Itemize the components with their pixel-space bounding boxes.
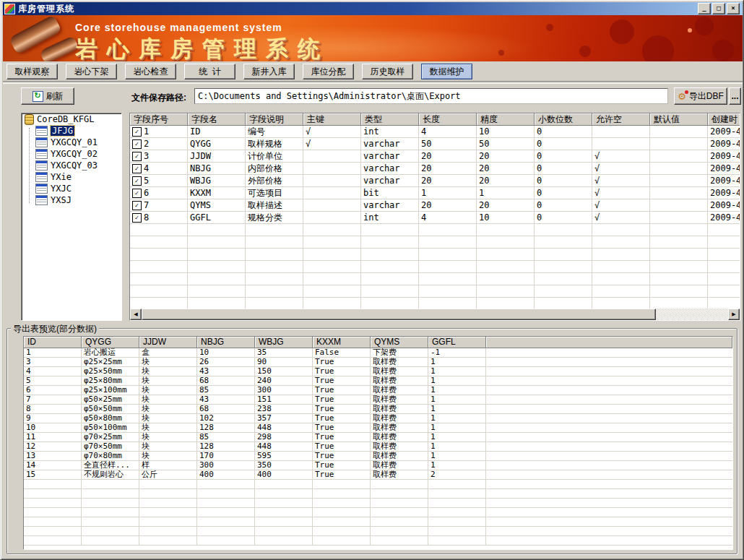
schema-column-header[interactable]: 字段序号 [130,113,188,126]
schema-cell-dec: 0 [535,126,592,138]
preview-row[interactable]: 6φ25×100mm块85300True取样费1 [24,386,732,395]
schema-row[interactable]: ✓6KXXM可选项目bit110√2009-4- [130,187,740,199]
close-button[interactable]: × [727,3,740,14]
checkbox-checked-icon[interactable]: ✓ [132,152,142,161]
tree-items: JFJGYXGCQY_01YXGCQY_02YXGCQY_03YXieYXJCY… [22,125,121,206]
empty-cell [371,508,428,517]
tree-item-YXJC[interactable]: YXJC [22,183,121,194]
preview-cell-QYMS: 取样费 [371,423,428,433]
decor-circle [579,46,591,57]
title-bar[interactable]: 库房管理系统 _ □ × [3,2,743,15]
schema-column-header[interactable]: 类型 [361,113,419,126]
preview-row[interactable]: 12φ70×50mm块128448True取样费1 [24,442,732,452]
tree-item-YXSJ[interactable]: YXSJ [22,194,121,206]
tree-item-YXGCQY_03[interactable]: YXGCQY_03 [22,160,121,171]
checkbox-checked-icon[interactable]: ✓ [132,176,142,186]
refresh-icon: ↻ [33,91,43,102]
empty-cell [371,527,428,536]
toolbar-button-3[interactable]: 岩心检查 [125,64,176,79]
preview-row[interactable]: 1岩心搬运盒1035False下架费-1 [24,348,732,358]
scrollbar-track[interactable] [656,309,728,320]
scrollbar-thumb[interactable] [142,309,656,320]
preview-row[interactable]: 8φ50×50mm块68238True取样费1 [24,405,732,414]
preview-column-header[interactable]: JJDW [139,337,197,348]
preview-cell-NBJG: 85 [197,433,255,442]
schema-column-header[interactable]: 允许空 [592,113,650,126]
toolbar-button-6[interactable]: 库位分配 [303,64,354,79]
empty-cell [255,508,313,517]
checkbox-checked-icon[interactable]: ✓ [132,127,142,137]
schema-row[interactable]: ✓5WBJG外部价格varchar20200√2009-4- [130,175,740,187]
preview-row[interactable]: 4φ25×50mm块43150True取样费1 [24,367,732,376]
save-path-input[interactable]: C:\Documents and Settings\Administrator\… [194,88,668,104]
scroll-left-arrow-icon[interactable]: ◀ [130,309,142,320]
schema-grid: 字段序号字段名字段说明主键类型长度精度小数位数允许空默认值创建时 ✓1ID编号√… [129,113,740,321]
schema-column-header[interactable]: 精度 [477,113,535,126]
export-dbf-button[interactable]: ⚙ 导出DBF [674,87,727,105]
maximize-button[interactable]: □ [712,3,725,14]
preview-cell-KXXM: False [313,348,371,358]
tree-item-YXie[interactable]: YXie [22,171,121,183]
preview-column-header[interactable]: WBJG [255,337,313,348]
preview-cell-GGFL: 2 [428,470,486,480]
preview-row[interactable]: 7φ50×25mm块43151True取样费1 [24,395,732,405]
preview-row[interactable]: 15不规则岩心公斤400400True取样费2 [24,470,732,480]
preview-column-header[interactable]: GGFL [428,337,486,348]
horizontal-scrollbar[interactable]: ◀ ▶ [130,309,740,320]
preview-row[interactable]: 9φ50×80mm块102357True取样费1 [24,414,732,423]
toolbar-button-8[interactable]: 数据维护 [421,64,472,79]
empty-cell [246,273,303,285]
refresh-button[interactable]: ↻ 刷新 [21,87,74,105]
preview-column-header[interactable]: ID [24,337,82,348]
browse-button[interactable]: ... [729,87,741,105]
tree-item-YXGCQY_02[interactable]: YXGCQY_02 [22,148,121,160]
schema-column-header[interactable]: 主键 [303,113,361,126]
preview-row[interactable]: 11φ70×25mm块85298True取样费1 [24,433,732,442]
preview-row[interactable]: 14全直径样...样300350True取样费1 [24,461,732,470]
tree-item-YXGCQY_01[interactable]: YXGCQY_01 [22,137,121,148]
preview-row[interactable]: 5φ25×80mm块68240True取样费1 [24,376,732,386]
schema-row[interactable]: ✓1ID编号√int41002009-4- [130,126,740,138]
schema-column-header[interactable]: 长度 [419,113,477,126]
toolbar-button-7[interactable]: 历史取样 [362,64,413,79]
scroll-right-arrow-icon[interactable]: ▶ [728,309,740,320]
preview-column-header[interactable]: QYGG [82,337,139,348]
schema-row[interactable]: ✓2QYGG取样规格√varchar505002009-4- [130,138,740,150]
minimize-button[interactable]: _ [698,3,711,14]
schema-column-header[interactable]: 默认值 [650,113,708,126]
checkbox-checked-icon[interactable]: ✓ [132,189,142,198]
empty-cell [188,285,246,298]
tree-item-JFJG[interactable]: JFJG [22,125,121,137]
schema-cell-name: ID [188,126,246,138]
schema-row[interactable]: ✓7QYMS取样描述varchar20200√2009-4- [130,199,740,212]
schema-column-header[interactable]: 创建时 [708,113,740,126]
schema-column-header[interactable]: 小数位数 [535,113,592,126]
preview-column-header[interactable]: KXXM [313,337,371,348]
empty-cell [419,224,477,236]
schema-column-header[interactable]: 字段说明 [246,113,303,126]
toolbar-button-4[interactable]: 统 计 [184,64,235,79]
toolbar-button-1[interactable]: 取样观察 [7,64,58,79]
schema-column-header[interactable]: 字段名 [188,113,246,126]
toolbar-button-5[interactable]: 新井入库 [243,64,295,79]
schema-row[interactable]: ✓4NBJG内部价格varchar20200√2009-4- [130,163,740,175]
checkbox-checked-icon[interactable]: ✓ [132,213,142,223]
schema-row[interactable]: ✓3JJDW计价单位varchar20200√2009-4- [130,150,740,163]
schema-row[interactable]: ✓8GGFL规格分类int4100√2009-4- [130,212,740,224]
empty-cell [197,517,255,527]
preview-cell-ID: 14 [24,461,82,470]
decor-circle [688,28,692,33]
preview-row[interactable]: 3φ25×25mm块2690True取样费1 [24,358,732,367]
toolbar-button-2[interactable]: 岩心下架 [66,64,117,79]
checkbox-checked-icon[interactable]: ✓ [132,139,142,149]
tree-root-node[interactable]: CoreDB_KFGL [22,113,121,125]
preview-row[interactable]: 10φ50×100mm块128448True取样费1 [24,423,732,433]
preview-row-filler [486,414,732,423]
checkbox-checked-icon[interactable]: ✓ [132,201,142,210]
schema-cell-len: 4 [419,126,477,138]
preview-column-header[interactable]: NBJG [197,337,255,348]
empty-cell [313,508,371,517]
preview-column-header[interactable]: QYMS [371,337,428,348]
preview-row[interactable]: 13φ70×80mm块170595True取样费1 [24,452,732,461]
checkbox-checked-icon[interactable]: ✓ [132,164,142,173]
